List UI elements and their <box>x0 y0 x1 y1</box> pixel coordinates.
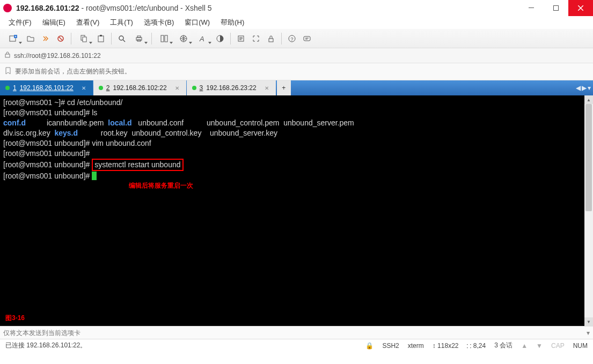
status-sessions: 3 会话 <box>494 341 513 350</box>
svg-rect-6 <box>83 37 86 42</box>
toolbar: A ? <box>0 29 593 48</box>
svg-rect-0 <box>529 8 534 8</box>
disconnect-button[interactable] <box>54 31 68 46</box>
status-cap: CAP <box>551 342 565 350</box>
menu-help[interactable]: 帮助(H) <box>217 17 247 28</box>
scroll-up-icon[interactable]: ▲ <box>584 95 593 104</box>
lock-icon <box>4 51 11 60</box>
minimize-button[interactable] <box>519 0 544 16</box>
tab-close-icon[interactable]: ✕ <box>80 84 87 92</box>
tab-3[interactable]: 3 192.168.26.23:22 ✕ <box>187 80 276 95</box>
menu-bar: 文件(F) 编辑(E) 查看(V) 工具(T) 选项卡(B) 窗口(W) 帮助(… <box>0 16 593 29</box>
paste-button[interactable] <box>94 31 108 46</box>
terminal-wrap: [root@vms001 ~]# cd /etc/unbound/ [root@… <box>0 95 593 326</box>
close-button[interactable] <box>568 0 593 16</box>
tab-2[interactable]: 2 192.168.26.102:22 ✕ <box>93 80 186 95</box>
scroll-down-icon[interactable]: ▼ <box>584 317 593 326</box>
hint-bar: 要添加当前会话，点击左侧的箭头按钮。 <box>0 63 593 80</box>
bookmark-icon[interactable] <box>4 67 12 76</box>
tab-strip: 1 192.168.26.101:22 ✕ 2 192.168.26.102:2… <box>0 80 593 95</box>
maximize-button[interactable] <box>544 0 568 16</box>
term-line: conf.d icannbundle.pem local.d unbound.c… <box>3 118 354 127</box>
term-line: [root@vms001 unbound]# <box>3 149 90 158</box>
reconnect-button[interactable] <box>39 31 53 46</box>
svg-rect-14 <box>165 35 167 42</box>
svg-text:A: A <box>199 35 204 43</box>
tab-status-icon <box>192 86 196 90</box>
svg-rect-8 <box>100 35 102 36</box>
menu-view[interactable]: 查看(V) <box>73 17 103 28</box>
toolbar-separator <box>71 33 71 44</box>
svg-rect-1 <box>554 6 559 11</box>
tab-close-icon[interactable]: ✕ <box>173 84 181 92</box>
lock-button[interactable] <box>264 31 278 46</box>
status-connection: 已连接 192.168.26.101:22。 <box>5 341 86 350</box>
tab-label: 192.168.26.102:22 <box>113 84 166 92</box>
send-dropdown-icon[interactable]: ▾ <box>587 329 590 337</box>
status-down-icon[interactable]: ▼ <box>536 342 543 350</box>
print-button[interactable] <box>130 31 148 46</box>
sessions-button[interactable] <box>300 31 314 46</box>
open-session-button[interactable] <box>24 31 38 46</box>
script-button[interactable] <box>234 31 248 46</box>
window-title-rest: - root@vms001:/etc/unbound - Xshell 5 <box>79 4 212 12</box>
status-num: NUM <box>573 342 588 350</box>
scroll-thumb[interactable] <box>585 104 592 211</box>
fullscreen-button[interactable] <box>249 31 263 46</box>
svg-rect-7 <box>98 36 104 42</box>
tab-index: 2 <box>106 84 110 92</box>
send-box: ▾ <box>0 326 593 339</box>
help-button[interactable]: ? <box>285 31 299 46</box>
svg-rect-23 <box>5 54 10 57</box>
status-cursor: ⸬ 8,24 <box>467 342 486 350</box>
status-size: ↕ 118x22 <box>433 342 459 350</box>
send-input[interactable] <box>3 329 587 337</box>
copy-button[interactable] <box>75 31 93 46</box>
menu-edit[interactable]: 编辑(E) <box>39 17 69 28</box>
font-button[interactable]: A <box>194 31 212 46</box>
status-ssh-icon: 🔒 <box>365 342 374 350</box>
tab-1[interactable]: 1 192.168.26.101:22 ✕ <box>0 80 93 95</box>
menu-tools[interactable]: 工具(T) <box>107 17 136 28</box>
tab-label: 192.168.26.101:22 <box>20 84 74 92</box>
term-line: dlv.isc.org.key keys.d root.key unbound_… <box>3 129 277 137</box>
tab-prev-icon[interactable]: ◀ <box>576 84 581 92</box>
status-term: xterm <box>408 342 424 350</box>
terminal[interactable]: [root@vms001 ~]# cd /etc/unbound/ [root@… <box>0 95 584 326</box>
toolbar-separator <box>230 33 231 44</box>
app-icon <box>3 4 12 12</box>
menu-window[interactable]: 窗口(W) <box>181 17 213 28</box>
globe-button[interactable] <box>174 31 193 46</box>
toolbar-separator <box>111 33 112 44</box>
cursor <box>92 172 97 180</box>
tab-status-icon <box>5 86 10 90</box>
term-line: [root@vms001 unbound]# <box>3 172 97 180</box>
transfer-button[interactable] <box>155 31 173 46</box>
tab-list-icon[interactable]: ▾ <box>588 84 591 92</box>
tab-index: 3 <box>200 84 203 92</box>
term-line: [root@vms001 unbound]# systemctl restart… <box>3 160 184 169</box>
annotation-figure: 图3-16 <box>5 314 25 323</box>
tab-nav: ◀ ▶ ▾ <box>576 80 591 95</box>
term-line: [root@vms001 ~]# cd /etc/unbound/ <box>3 98 122 107</box>
tab-close-icon[interactable]: ✕ <box>263 84 270 92</box>
svg-point-9 <box>119 36 123 40</box>
status-up-icon[interactable]: ▲ <box>521 342 528 350</box>
status-ssh: SSH2 <box>382 342 399 350</box>
tab-status-icon <box>99 86 103 90</box>
tab-index: 1 <box>13 84 17 92</box>
new-tab-button[interactable]: + <box>277 80 291 95</box>
svg-rect-19 <box>269 39 273 42</box>
scrollbar[interactable]: ▲ ▼ <box>584 95 593 326</box>
find-button[interactable] <box>115 31 129 46</box>
svg-text:?: ? <box>291 36 294 42</box>
menu-tab[interactable]: 选项卡(B) <box>141 17 177 28</box>
new-session-button[interactable] <box>4 31 23 46</box>
annotation-restart: 编辑后将服务重启一次 <box>129 181 193 190</box>
address-text[interactable]: ssh://root@192.168.26.101:22 <box>14 52 101 60</box>
title-bar: 192.168.26.101:22 - root@vms001:/etc/unb… <box>0 0 593 16</box>
menu-file[interactable]: 文件(F) <box>5 17 35 28</box>
color-button[interactable] <box>213 31 227 46</box>
tab-label: 192.168.26.23:22 <box>206 84 256 92</box>
tab-next-icon[interactable]: ▶ <box>582 84 587 92</box>
